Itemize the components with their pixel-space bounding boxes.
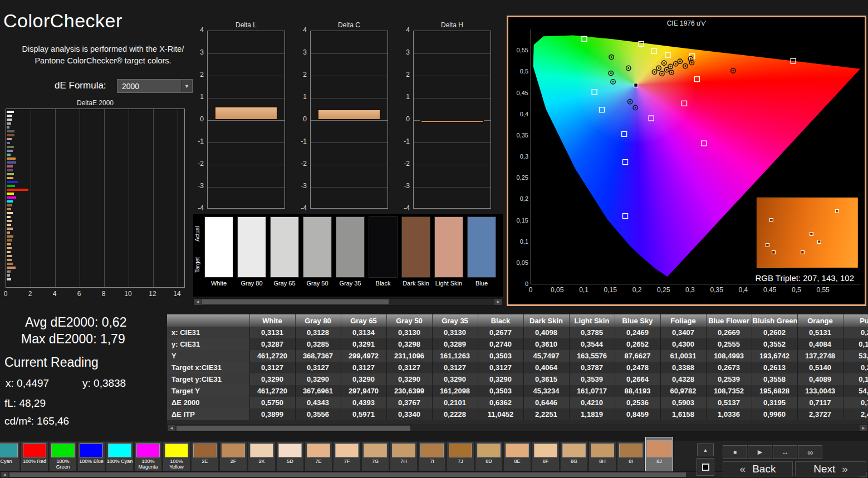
gridline (208, 98, 285, 98)
cie-target-square (694, 77, 699, 82)
pattern-label: 2E (202, 459, 208, 464)
table-row: x: CIE310,31310,31280,31340,31300,31300,… (167, 327, 868, 338)
chevrons-left-icon: « (740, 463, 746, 475)
scroll-thumb[interactable] (176, 426, 410, 431)
pattern-tile-8e[interactable]: 8E (503, 441, 531, 471)
pattern-tile-8d[interactable]: 8D (475, 441, 503, 471)
table-cell: 0,3544 (569, 338, 615, 350)
delta-axis-label: 0 (189, 115, 204, 123)
deltae-bar (7, 169, 13, 171)
colorchecker-patch: Blue (467, 216, 496, 287)
cie-target-square (592, 90, 597, 95)
pattern-tile-2e[interactable]: 2E (191, 441, 219, 471)
cie-zoom-inset (757, 198, 858, 268)
gridline (208, 76, 285, 76)
pattern-tile-7g[interactable]: 7G (361, 441, 389, 471)
delta-axis-label: -4 (395, 204, 410, 212)
app-description: Display analysis is performed with the X… (10, 43, 196, 67)
table-row: Target y:CIE310,32900,32900,32900,32900,… (167, 373, 868, 385)
pattern-tile-8g[interactable]: 8G (560, 441, 588, 471)
patch-label: Black (369, 280, 398, 287)
pattern-tile-8f[interactable]: 8F (532, 441, 560, 471)
scroll-left-arrow[interactable]: ◄ (168, 425, 175, 431)
stop-button[interactable]: ■ (723, 445, 747, 459)
deltae-bar (7, 154, 11, 156)
pattern-label: 2K (258, 459, 264, 464)
column-header: Gray 50 (386, 314, 432, 327)
delta-chart-title: Delta C (310, 21, 388, 29)
pattern-tile-7e[interactable]: 7E (305, 441, 332, 471)
patch-label: Gray 80 (237, 280, 266, 287)
table-cell: 0,2613 (752, 362, 797, 373)
pattern-swatch (392, 443, 415, 457)
table-cell: 0,3556 (295, 408, 341, 420)
pattern-tile-100-green[interactable]: 100% Green (49, 441, 77, 471)
scroll-left-arrow[interactable]: ◄ (194, 299, 202, 305)
pattern-swatch (51, 443, 75, 457)
table-cell: 0,5140 (797, 362, 843, 373)
cie-target-square (649, 116, 654, 121)
table-cell: 0,3287 (249, 338, 295, 350)
scroll-thumb[interactable] (9, 472, 686, 477)
play-button[interactable]: ▶ (748, 445, 772, 459)
de-formula-dropdown[interactable]: 2000 ▼ (117, 79, 193, 93)
table-cell: 0,4064 (523, 362, 569, 373)
pattern-window-button[interactable] (697, 458, 714, 476)
table-cell: 45,3234 (523, 385, 569, 397)
scroll-right-arrow[interactable]: ► (860, 425, 867, 431)
pattern-tile-100-red[interactable]: 100% Red (21, 441, 48, 471)
cie-target-square (791, 58, 796, 63)
pattern-swatch (534, 443, 557, 457)
pattern-tile-7i[interactable]: 7I (418, 441, 446, 471)
pattern-tile-7f[interactable]: 7F (333, 441, 361, 471)
pattern-tile-7j[interactable]: 7J (447, 441, 474, 471)
deltae-bar (7, 251, 11, 253)
pattern-tile-5d[interactable]: 5D (276, 441, 304, 471)
table-cell: 0,5971 (341, 408, 386, 420)
table-cell: 0,3552 (752, 338, 797, 350)
row-label: Y (167, 350, 249, 362)
pattern-tile-100-magenta[interactable]: 100% Magenta (134, 441, 162, 471)
scroll-left-arrow[interactable]: ◄ (1, 472, 8, 477)
deltae-axis-label: 10 (124, 290, 131, 298)
scroll-thumb[interactable] (202, 299, 389, 304)
scroll-right-arrow[interactable]: ► (494, 299, 502, 305)
pattern-tile-8h[interactable]: 8H (589, 441, 616, 471)
table-cell: 0,5131 (797, 327, 843, 338)
pattern-tile-8i[interactable]: 8I (617, 441, 645, 471)
cie-x-axis-label: 0,3 (685, 286, 695, 294)
table-cell: 368,7367 (295, 350, 341, 362)
pattern-tile-cyan[interactable]: Cyan (0, 441, 20, 471)
table-cell: 0,18 (843, 373, 868, 385)
deltae-bar (7, 231, 10, 234)
pattern-tile-7h[interactable]: 7H (390, 441, 418, 471)
fit-button[interactable]: ↔ (773, 445, 797, 459)
loop-button[interactable]: ∞ (798, 445, 822, 459)
pattern-swatch (420, 443, 444, 457)
table-scrollbar[interactable]: ◄► (167, 425, 868, 432)
next-button[interactable]: Next» (795, 461, 866, 476)
pattern-tile-8j[interactable]: 8J (645, 437, 673, 471)
pattern-up-button[interactable]: ▲ (697, 443, 714, 456)
swatch-strip-scrollbar[interactable]: ◄► (193, 298, 503, 305)
deltae-bar (7, 255, 12, 257)
pattern-tile-2f[interactable]: 2F (219, 441, 247, 471)
table-cell: 231,1096 (386, 350, 432, 362)
table-cell: 0,3127 (295, 362, 341, 373)
deltae-bar (7, 243, 11, 245)
delta-chart-title: Delta L (207, 21, 285, 29)
pattern-tile-100-cyan[interactable]: 100% Cyan (106, 441, 134, 471)
pattern-tile-2k[interactable]: 2K (248, 441, 276, 471)
pattern-tile-100-blue[interactable]: 100% Blue (77, 441, 105, 471)
table-cell: 0,4300 (660, 338, 706, 350)
data-table: WhiteGray 80Gray 65Gray 50Gray 35BlackDa… (167, 314, 868, 420)
back-button[interactable]: «Back (723, 461, 793, 476)
table-cell: 161,0717 (569, 385, 615, 397)
column-header: Pur (843, 314, 868, 327)
cie-y-axis-label: 0,3 (509, 153, 528, 160)
pattern-tile-100-yellow[interactable]: 100% Yellow (163, 441, 190, 471)
table-cell: 161,2098 (432, 385, 478, 397)
cie-target-square (665, 52, 670, 57)
gridline (311, 142, 388, 143)
column-header: Bluish Green (752, 314, 797, 327)
